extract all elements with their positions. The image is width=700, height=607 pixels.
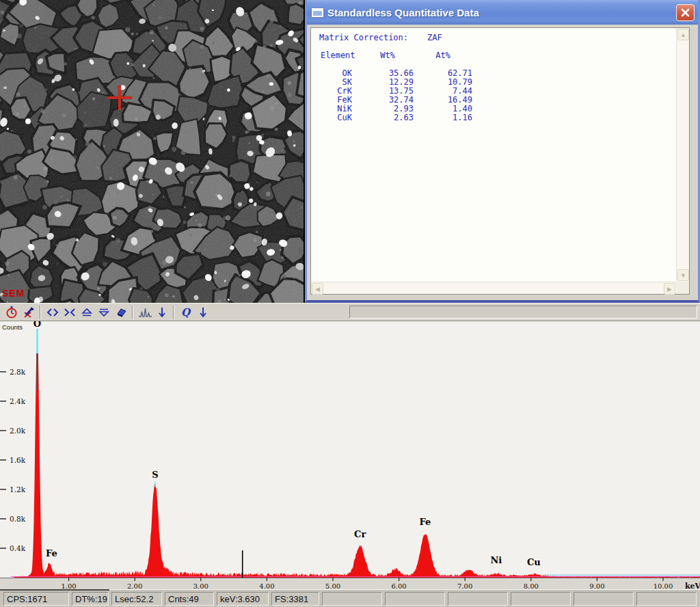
status-cps: CPS:1671 bbox=[3, 592, 69, 606]
element-peak-label: Fe bbox=[46, 548, 57, 558]
scroll-down-icon[interactable]: ▼ bbox=[677, 269, 689, 281]
quant-row-NiK: NiK2.931.40 bbox=[319, 105, 676, 113]
quant-results-window: Standardless Quantitative Data Matrix Co… bbox=[305, 0, 700, 303]
x-tick-label: 5.00 bbox=[325, 582, 340, 589]
toolbar-separator bbox=[40, 306, 41, 319]
quant-button[interactable]: Q bbox=[177, 304, 194, 320]
eraser-icon bbox=[114, 306, 128, 319]
status-fullscale: FS:3381 bbox=[271, 592, 319, 606]
sem-micrograph bbox=[0, 0, 304, 303]
quant-row-CrK: CrK13.757.44 bbox=[319, 87, 676, 96]
quant-window-titlebar[interactable]: Standardless Quantitative Data bbox=[307, 0, 698, 25]
horizontal-scrollbar[interactable]: ◀ ▶ bbox=[311, 282, 676, 294]
x-tick-label: 4.00 bbox=[259, 582, 274, 589]
status-empty-cell bbox=[636, 592, 697, 606]
element-peak-label: S bbox=[152, 470, 158, 480]
y-tick-label: 2.0k bbox=[10, 427, 26, 435]
quant-row-CuK: CuK2.631.16 bbox=[319, 113, 676, 122]
element-peak-label: O bbox=[33, 321, 41, 329]
y-tick-label: 1.2k bbox=[10, 485, 26, 494]
compress-horizontal-icon bbox=[63, 306, 77, 319]
status-empty-cell bbox=[574, 592, 634, 606]
compress-horizontal-button[interactable] bbox=[61, 304, 78, 320]
toolbar-separator bbox=[173, 306, 174, 319]
spectrum-peaks-icon bbox=[137, 306, 152, 319]
x-axis-unit-label: keV bbox=[685, 582, 700, 589]
clear-spectrum-button[interactable] bbox=[20, 304, 37, 320]
eds-analysis-application: SEM Standardless Quantitative Data Matri… bbox=[0, 0, 700, 607]
compress-vertical-button[interactable] bbox=[95, 304, 112, 320]
scale-down-icon bbox=[97, 306, 111, 319]
acquire-timer-button[interactable] bbox=[3, 304, 20, 320]
quant-row-OK: OK35.6662.71 bbox=[319, 69, 676, 78]
close-icon bbox=[680, 8, 690, 18]
element-peak-label: Ni bbox=[490, 555, 502, 565]
down-arrow-icon bbox=[198, 306, 208, 319]
brush-x-icon bbox=[22, 306, 36, 319]
expand-vertical-button[interactable] bbox=[78, 304, 95, 320]
scale-up-icon bbox=[80, 306, 94, 319]
peak-id-down-button[interactable] bbox=[153, 304, 170, 320]
x-tick-label: 7.00 bbox=[457, 582, 472, 589]
sem-image-panel[interactable]: SEM bbox=[0, 0, 304, 303]
scroll-left-icon[interactable]: ◀ bbox=[312, 283, 323, 295]
matrix-correction-value: ZAF bbox=[427, 33, 442, 42]
status-counts: Cnts:49 bbox=[165, 592, 214, 606]
quant-q-icon: Q bbox=[181, 306, 190, 319]
quant-row-FeK: FeK32.7416.49 bbox=[319, 96, 676, 105]
close-button[interactable] bbox=[676, 4, 695, 21]
status-empty-cell bbox=[322, 592, 382, 606]
stopwatch-icon bbox=[5, 306, 18, 319]
status-kev: keV:3.630 bbox=[217, 592, 269, 606]
x-tick-label: 6.00 bbox=[391, 582, 406, 589]
spectrum-plot[interactable]: 0.4k0.8k1.2k1.6k2.0k2.4k2.8k1.002.003.00… bbox=[0, 321, 700, 589]
status-bar-notch bbox=[0, 589, 109, 591]
y-tick-label: 2.8k bbox=[10, 368, 26, 376]
status-empty-cell bbox=[511, 592, 571, 606]
top-row: SEM Standardless Quantitative Data Matri… bbox=[0, 0, 700, 303]
element-peak-label: Cu bbox=[527, 557, 541, 567]
element-peak-label: Cr bbox=[354, 529, 366, 539]
x-tick-label: 1.00 bbox=[61, 582, 76, 589]
x-tick-label: 9.00 bbox=[589, 582, 604, 589]
eraser-button[interactable] bbox=[112, 304, 129, 320]
status-empty-cell bbox=[385, 592, 445, 606]
quant-table-header: ElementWt%At% bbox=[319, 51, 676, 60]
scroll-up-icon[interactable]: ▲ bbox=[677, 29, 689, 40]
down-arrow-icon bbox=[157, 306, 167, 319]
spectrum-toolbar: Q bbox=[0, 303, 700, 321]
scrollbar-corner bbox=[676, 282, 689, 294]
window-icon bbox=[312, 8, 323, 17]
eds-spectrum-chart[interactable]: 0.4k0.8k1.2k1.6k2.0k2.4k2.8k1.002.003.00… bbox=[0, 321, 700, 589]
status-bar: CPS:1671 DT%:19 Lsec:52.2 Cnts:49 keV:3.… bbox=[0, 589, 700, 607]
quant-report: Matrix Correction: ZAF ElementWt%At% OK3… bbox=[311, 28, 676, 282]
window-title: Standardless Quantitative Data bbox=[327, 7, 676, 18]
y-tick-label: 0.8k bbox=[10, 515, 26, 523]
x-tick-label: 2.00 bbox=[127, 582, 142, 589]
x-tick-label: 10.00 bbox=[654, 582, 673, 589]
expand-horizontal-button[interactable] bbox=[44, 304, 61, 320]
y-tick-label: 1.6k bbox=[10, 456, 26, 464]
matrix-correction-label: Matrix Correction: bbox=[319, 33, 408, 42]
peak-id-button[interactable] bbox=[136, 304, 153, 320]
x-tick-label: 3.00 bbox=[193, 582, 208, 589]
detector-label: SEM bbox=[2, 288, 25, 299]
expand-horizontal-icon bbox=[46, 306, 59, 319]
quant-window-body: Matrix Correction: ZAF ElementWt%At% OK3… bbox=[310, 27, 690, 295]
status-empty-cell bbox=[448, 592, 508, 606]
status-deadtime: DT%:19 bbox=[72, 592, 109, 606]
y-tick-label: 0.4k bbox=[10, 544, 26, 552]
scroll-right-icon[interactable]: ▶ bbox=[664, 283, 675, 295]
y-tick-label: 2.4k bbox=[10, 397, 26, 405]
status-livetime: Lsec:52.2 bbox=[111, 592, 162, 606]
y-axis-label: Counts bbox=[2, 323, 23, 331]
vertical-scrollbar[interactable]: ▲ ▼ bbox=[676, 28, 689, 282]
element-peak-label: Fe bbox=[420, 517, 431, 527]
toolbar-message-area bbox=[349, 306, 697, 319]
toolbar-separator bbox=[132, 306, 133, 319]
x-tick-label: 8.00 bbox=[524, 582, 539, 589]
quant-down-button[interactable] bbox=[194, 304, 211, 320]
quant-row-SK: SK12.2910.79 bbox=[319, 78, 676, 87]
